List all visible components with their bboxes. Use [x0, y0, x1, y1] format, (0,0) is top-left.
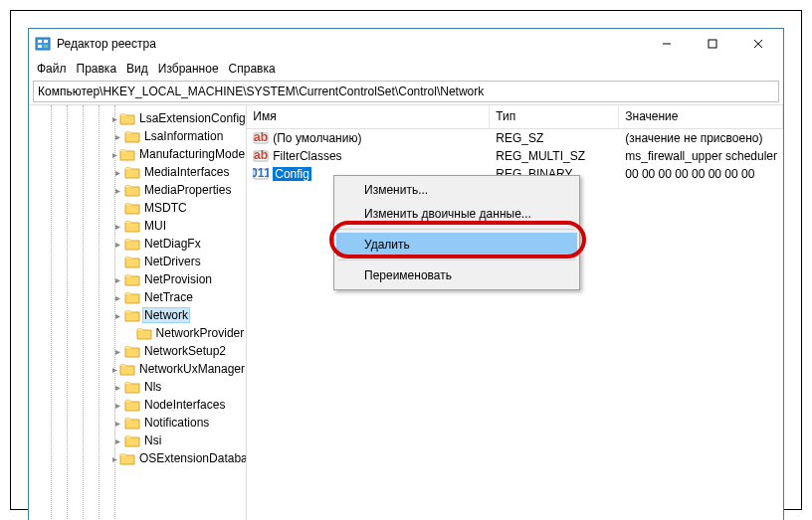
- string-value-icon: ab: [253, 148, 269, 164]
- folder-icon: [124, 183, 140, 197]
- col-header-type[interactable]: Тип: [490, 105, 619, 128]
- chevron-right-icon[interactable]: ▸: [112, 382, 122, 393]
- tree-item[interactable]: ▸ManufacturingMode: [29, 145, 246, 163]
- tree-item[interactable]: ▸NodeInterfaces: [29, 396, 246, 414]
- chevron-right-icon[interactable]: ▸: [112, 364, 117, 375]
- value-name: FilterClasses: [273, 149, 341, 163]
- address-bar[interactable]: Компьютер\HKEY_LOCAL_MACHINE\SYSTEM\Curr…: [33, 81, 779, 102]
- tree-item[interactable]: ▸NetworkSetup2: [29, 342, 246, 360]
- col-header-value[interactable]: Значение: [619, 105, 783, 128]
- tree-item[interactable]: ▸LsaInformation: [29, 127, 246, 145]
- chevron-right-icon[interactable]: ▸: [112, 167, 122, 178]
- folder-icon: [124, 398, 140, 412]
- menu-help[interactable]: Справка: [229, 62, 276, 76]
- folder-icon: [124, 272, 140, 286]
- tree-item[interactable]: ▸Nls: [29, 378, 246, 396]
- regedit-icon: [35, 36, 51, 52]
- tree-item[interactable]: ▸MSDTC: [29, 199, 246, 217]
- tree-item-label: NodeInterfaces: [142, 398, 227, 412]
- context-menu: Изменить... Изменить двоичные данные... …: [333, 175, 580, 290]
- col-header-name[interactable]: Имя: [247, 105, 490, 128]
- ctx-delete[interactable]: Удалить: [336, 233, 577, 257]
- menu-favorites[interactable]: Избранное: [158, 62, 219, 76]
- ctx-rename[interactable]: Переименовать: [336, 263, 577, 287]
- tree-item-label: NetDrivers: [142, 255, 203, 268]
- value-data: (значение не присвоено): [619, 131, 783, 145]
- folder-icon: [124, 201, 140, 215]
- ctx-modify-binary[interactable]: Изменить двоичные данные...: [336, 202, 577, 226]
- value-row[interactable]: ab(По умолчанию)REG_SZ(значение не присв…: [247, 129, 783, 147]
- ctx-modify[interactable]: Изменить...: [336, 178, 577, 202]
- chevron-right-icon[interactable]: ▸: [112, 453, 117, 464]
- tree-item[interactable]: ▸NetTrace: [29, 288, 246, 306]
- chevron-right-icon[interactable]: ▸: [112, 149, 117, 160]
- maximize-button[interactable]: [690, 29, 735, 59]
- tree-item[interactable]: ▸Network: [29, 306, 246, 324]
- folder-icon: [124, 237, 140, 251]
- chevron-right-icon[interactable]: ▸: [112, 131, 122, 142]
- tree-item[interactable]: ▸LsaExtensionConfig: [29, 109, 246, 127]
- menu-view[interactable]: Вид: [126, 62, 148, 76]
- tree-item-label: NetworkSetup2: [142, 344, 228, 358]
- titlebar[interactable]: Редактор реестра: [29, 29, 783, 59]
- folder-icon: [136, 326, 152, 340]
- chevron-right-icon[interactable]: ▸: [112, 400, 122, 411]
- tree-item[interactable]: ▸Nsi: [29, 432, 246, 449]
- svg-rect-1: [38, 40, 42, 43]
- tree-item-label: NetTrace: [142, 290, 195, 304]
- tree-item-label: OSExtensionDatabase: [137, 451, 247, 465]
- chevron-right-icon[interactable]: ▸: [112, 310, 122, 321]
- tree-item-label: NetworkProvider: [154, 326, 247, 340]
- values-pane[interactable]: Имя Тип Значение ab(По умолчанию)REG_SZ(…: [247, 105, 783, 520]
- window-title: Редактор реестра: [57, 37, 644, 51]
- tree-item[interactable]: ▸MUI: [29, 217, 246, 235]
- chevron-right-icon[interactable]: ▸: [112, 221, 122, 232]
- folder-icon: [124, 416, 140, 430]
- tree-item[interactable]: ▸NetDrivers: [29, 253, 246, 270]
- folder-icon: [124, 380, 140, 394]
- tree-item[interactable]: ▸MediaProperties: [29, 181, 246, 199]
- tree-item[interactable]: ▸OSExtensionDatabase: [29, 449, 246, 467]
- menu-file[interactable]: Файл: [37, 62, 67, 76]
- tree-item-label: MUI: [142, 219, 168, 233]
- chevron-right-icon[interactable]: ▸: [112, 274, 122, 285]
- value-row[interactable]: abFilterClassesREG_MULTI_SZms_firewall_u…: [247, 147, 783, 165]
- chevron-right-icon[interactable]: ▸: [112, 346, 122, 357]
- tree-item-label: Nsi: [142, 433, 163, 447]
- svg-text:ab: ab: [254, 130, 268, 144]
- tree-item[interactable]: ▸NetworkUxManager: [29, 360, 246, 378]
- close-button[interactable]: [735, 29, 781, 59]
- tree-item-label: NetDiagFx: [142, 237, 203, 251]
- tree-item[interactable]: ▸NetDiagFx: [29, 235, 246, 253]
- svg-rect-2: [44, 40, 48, 43]
- tree-pane[interactable]: ▸LsaExtensionConfig▸LsaInformation▸Manuf…: [29, 105, 247, 520]
- chevron-right-icon[interactable]: ▸: [112, 418, 122, 429]
- svg-text:ab: ab: [254, 148, 268, 162]
- ctx-separator: [338, 260, 575, 260]
- address-text: Компьютер\HKEY_LOCAL_MACHINE\SYSTEM\Curr…: [38, 85, 484, 98]
- value-type: REG_SZ: [490, 131, 619, 145]
- minimize-button[interactable]: [644, 29, 690, 59]
- svg-text:011: 011: [253, 166, 269, 180]
- list-header: Имя Тип Значение: [247, 105, 783, 129]
- value-data: ms_firewall_upper scheduler: [619, 149, 783, 163]
- tree-item-label: ManufacturingMode: [137, 147, 247, 161]
- tree-item[interactable]: ▸NetProvision: [29, 270, 246, 288]
- menu-edit[interactable]: Правка: [77, 62, 117, 76]
- svg-rect-0: [36, 38, 50, 50]
- folder-icon: [124, 255, 140, 268]
- tree-item[interactable]: ▸NetworkProvider: [29, 324, 246, 342]
- tree-item[interactable]: ▸MediaInterfaces: [29, 163, 246, 181]
- tree-item-label: LsaInformation: [142, 129, 225, 143]
- tree-item-label: LsaExtensionConfig: [137, 111, 247, 125]
- chevron-right-icon[interactable]: ▸: [112, 239, 122, 250]
- chevron-right-icon[interactable]: ▸: [112, 113, 117, 124]
- chevron-right-icon[interactable]: ▸: [112, 435, 122, 446]
- tree-item[interactable]: ▸Notifications: [29, 414, 246, 432]
- svg-rect-3: [38, 45, 42, 48]
- chevron-right-icon[interactable]: ▸: [112, 185, 122, 196]
- folder-icon: [119, 111, 135, 125]
- folder-icon: [119, 451, 135, 465]
- folder-icon: [124, 433, 140, 447]
- chevron-right-icon[interactable]: ▸: [112, 292, 122, 303]
